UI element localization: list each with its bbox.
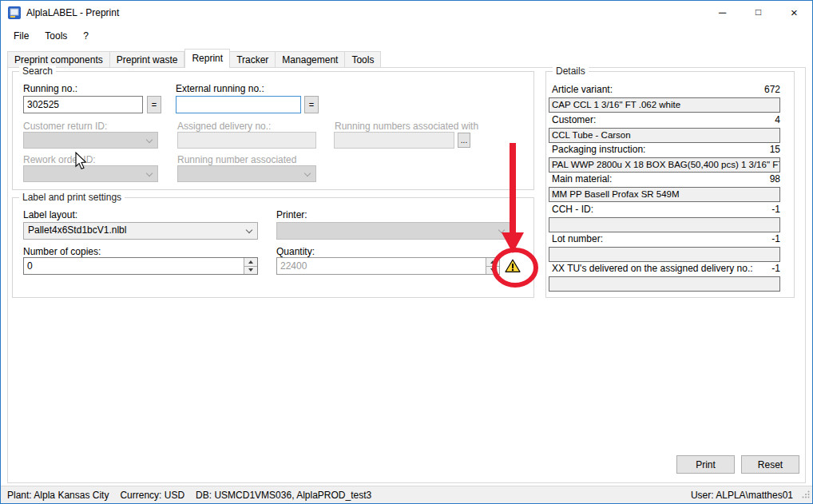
tab-management[interactable]: Management (276, 51, 345, 68)
running-numbers-associated-with-input[interactable] (334, 132, 454, 149)
spin-up-button[interactable] (244, 258, 257, 266)
spin-up-icon (490, 260, 495, 264)
rework-order-id-label: Rework order ID: (23, 154, 96, 165)
detail-count: 4 (552, 114, 780, 125)
detail-count: -1 (552, 204, 780, 215)
chevron-down-icon (246, 227, 252, 233)
tab-reprint[interactable]: Reprint (184, 49, 230, 68)
customer-return-id-dropdown[interactable] (23, 132, 158, 149)
maximize-button[interactable]: □ (740, 1, 776, 24)
window-title: AlplaLABEL - Preprint (26, 7, 119, 18)
search-group-title: Search (19, 65, 56, 77)
number-of-copies-stepper[interactable] (23, 257, 258, 275)
status-db: DB: USMCD1VMS036, AlplaPROD_test3 (196, 490, 371, 501)
minimize-button[interactable]: ─ (704, 1, 740, 24)
detail-value-box[interactable] (549, 217, 780, 232)
menu-file[interactable]: File (6, 27, 37, 45)
quantity-input[interactable] (277, 258, 485, 274)
running-no-equals-button[interactable]: = (147, 96, 161, 113)
spin-up-button[interactable] (486, 258, 499, 266)
label-layout-value: Pallet4x6Std1bcV1.nlbl (28, 224, 126, 236)
chevron-down-icon (498, 227, 505, 233)
external-running-no-input[interactable] (176, 96, 301, 113)
chevron-down-icon (146, 170, 153, 177)
status-bar: Plant: Alpla Kansas City Currency: USD D… (1, 486, 812, 504)
menu-bar: File Tools ? (1, 25, 812, 47)
printer-label: Printer: (276, 209, 307, 220)
app-icon (8, 6, 21, 19)
detail-count: 98 (552, 173, 780, 185)
detail-count: 15 (552, 144, 780, 155)
number-of-copies-label: Number of copies: (23, 246, 101, 257)
detail-value-box[interactable] (549, 247, 780, 262)
detail-value-box[interactable]: PAL WWP 2800u X 18 BOX BAG(50,400 pcs) 1… (549, 157, 780, 173)
customer-return-id-label: Customer return ID: (23, 121, 107, 132)
print-button[interactable]: Print (676, 455, 735, 474)
printer-dropdown[interactable] (276, 222, 510, 240)
label-layout-label: Label layout: (23, 209, 77, 220)
running-number-associated-dropdown[interactable] (177, 165, 316, 182)
spinner-buttons (244, 258, 257, 274)
spinner-buttons (486, 258, 499, 274)
status-left: Plant: Alpla Kansas City Currency: USD D… (1, 490, 371, 501)
running-numbers-associated-with-label: Running numbers associated with (335, 121, 478, 132)
status-user: User: ALPLA\matthes01 (691, 486, 793, 504)
tab-strip: Preprint components Preprint waste Repri… (7, 49, 381, 68)
chevron-down-icon (146, 137, 153, 143)
close-button[interactable]: × (776, 1, 812, 24)
number-of-copies-input[interactable] (24, 258, 243, 274)
spin-down-button[interactable] (486, 266, 499, 275)
detail-value-box[interactable]: CAP CCL 1 3/16" FT .062 white (549, 97, 780, 113)
assigned-delivery-no-input[interactable] (177, 132, 316, 149)
tab-tracker[interactable]: Tracker (230, 51, 276, 68)
running-no-label: Running no.: (23, 83, 77, 94)
running-number-associated-label: Running number associated (177, 154, 296, 165)
status-plant: Plant: Alpla Kansas City (7, 490, 109, 501)
detail-value-box[interactable]: CCL Tube - Carson (549, 128, 780, 143)
assigned-delivery-no-label: Assigned delivery no.: (177, 121, 271, 132)
detail-value-box[interactable] (549, 276, 780, 292)
label-print-settings-title: Label and print settings (19, 192, 125, 203)
reset-button[interactable]: Reset (741, 455, 799, 474)
details-group-title: Details (553, 65, 589, 77)
rework-order-id-dropdown[interactable] (23, 165, 158, 182)
status-currency: Currency: USD (120, 490, 184, 501)
quantity-stepper[interactable] (276, 257, 500, 275)
spin-down-icon (248, 268, 253, 272)
resize-grip-icon[interactable] (802, 490, 810, 501)
menu-tools[interactable]: Tools (37, 27, 75, 45)
detail-count: 672 (552, 84, 780, 95)
menu-help[interactable]: ? (75, 27, 97, 45)
external-running-no-label: External running no.: (176, 83, 264, 94)
spin-down-button[interactable] (244, 266, 257, 275)
detail-count: -1 (552, 233, 780, 244)
quantity-label: Quantity: (276, 246, 315, 257)
spin-down-icon (490, 268, 495, 272)
tab-tools[interactable]: Tools (345, 51, 381, 68)
detail-value-box[interactable]: MM PP Basell Profax SR 549M (549, 187, 780, 202)
app-window: AlplaLABEL - Preprint ─ □ × File Tools ?… (0, 0, 813, 504)
spin-up-icon (248, 260, 253, 264)
label-layout-dropdown[interactable]: Pallet4x6Std1bcV1.nlbl (23, 222, 258, 240)
chevron-down-icon (304, 170, 311, 177)
title-bar: AlplaLABEL - Preprint ─ □ × (1, 1, 812, 25)
running-numbers-browse-button[interactable]: ... (458, 133, 470, 148)
running-no-input[interactable] (23, 96, 143, 113)
detail-count: -1 (552, 263, 780, 274)
external-running-no-equals-button[interactable]: = (304, 96, 319, 113)
tab-preprint-waste[interactable]: Preprint waste (110, 51, 185, 68)
